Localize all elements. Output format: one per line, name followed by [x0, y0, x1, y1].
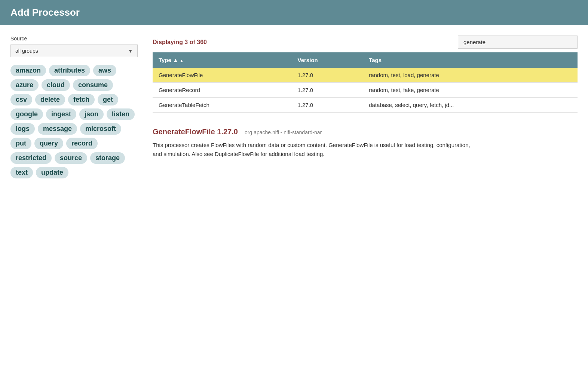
cell-tags: random, test, load, generate: [363, 68, 578, 83]
tag-item[interactable]: azure: [10, 79, 39, 91]
tag-item[interactable]: text: [10, 167, 33, 178]
tags-container: amazonattributesawsazurecloudconsumecsvd…: [10, 65, 138, 178]
processors-table: Type ▲ Version Tags GenerateFlowFile1.27…: [153, 52, 578, 113]
source-dropdown[interactable]: all groups ▼: [10, 45, 138, 57]
tag-item[interactable]: csv: [10, 94, 32, 105]
tag-item[interactable]: aws: [93, 65, 116, 76]
dialog-title: Add Processor: [10, 7, 578, 18]
source-label: Source: [10, 36, 138, 42]
tag-item[interactable]: microsoft: [80, 123, 121, 135]
tag-item[interactable]: logs: [10, 123, 35, 135]
tag-item[interactable]: record: [66, 138, 98, 149]
tag-item[interactable]: storage: [90, 152, 125, 164]
dialog-header: Add Processor: [0, 0, 588, 25]
left-panel: Source all groups ▼ amazonattributesawsa…: [10, 36, 138, 178]
tag-item[interactable]: listen: [107, 108, 135, 120]
table-row[interactable]: GenerateFlowFile1.27.0random, test, load…: [153, 68, 578, 83]
tag-item[interactable]: delete: [35, 94, 65, 105]
column-type[interactable]: Type ▲: [153, 52, 291, 68]
cell-type: GenerateRecord: [153, 83, 291, 98]
tag-item[interactable]: attributes: [49, 65, 90, 76]
tag-item[interactable]: cloud: [42, 79, 70, 91]
cell-version: 1.27.0: [291, 83, 363, 98]
tag-item[interactable]: consume: [73, 79, 113, 91]
tag-item[interactable]: query: [34, 138, 63, 149]
cell-tags: random, test, fake, generate: [363, 83, 578, 98]
chevron-down-icon: ▼: [128, 48, 133, 54]
table-top-row: Displaying 3 of 360: [153, 36, 578, 49]
tag-item[interactable]: get: [98, 94, 118, 105]
source-value: all groups: [15, 48, 38, 54]
table-row[interactable]: GenerateRecord1.27.0random, test, fake, …: [153, 83, 578, 98]
table-body: GenerateFlowFile1.27.0random, test, load…: [153, 68, 578, 113]
column-version: Version: [291, 52, 363, 68]
tag-item[interactable]: google: [10, 108, 43, 120]
table-header-row: Type ▲ Version Tags: [153, 52, 578, 68]
table-header: Type ▲ Version Tags: [153, 52, 578, 68]
tag-item[interactable]: update: [36, 167, 68, 178]
cell-version: 1.27.0: [291, 98, 363, 113]
tag-item[interactable]: put: [10, 138, 31, 149]
detail-name: GenerateFlowFile 1.27.0: [153, 128, 238, 136]
displaying-count: Displaying 3 of 360: [153, 39, 207, 46]
tag-item[interactable]: ingest: [46, 108, 76, 120]
cell-type: GenerateFlowFile: [153, 68, 291, 83]
tag-item[interactable]: message: [38, 123, 77, 135]
search-input[interactable]: [458, 36, 578, 49]
detail-nar: org.apache.nifi - nifi-standard-nar: [245, 129, 322, 135]
tag-item[interactable]: amazon: [10, 65, 46, 76]
table-row[interactable]: GenerateTableFetch1.27.0database, select…: [153, 98, 578, 113]
right-panel: Displaying 3 of 360 Type ▲ Version Tags …: [153, 36, 578, 178]
tag-item[interactable]: source: [55, 152, 87, 164]
cell-type: GenerateTableFetch: [153, 98, 291, 113]
tag-item[interactable]: fetch: [68, 94, 95, 105]
cell-version: 1.27.0: [291, 68, 363, 83]
tag-item[interactable]: restricted: [10, 152, 52, 164]
main-content: Source all groups ▼ amazonattributesawsa…: [0, 25, 588, 186]
detail-section: GenerateFlowFile 1.27.0 org.apache.nifi …: [153, 124, 578, 159]
detail-description: This processor creates FlowFiles with ra…: [153, 141, 474, 159]
cell-tags: database, select, query, fetch, jd...: [363, 98, 578, 113]
column-tags: Tags: [363, 52, 578, 68]
tag-item[interactable]: json: [79, 108, 104, 120]
